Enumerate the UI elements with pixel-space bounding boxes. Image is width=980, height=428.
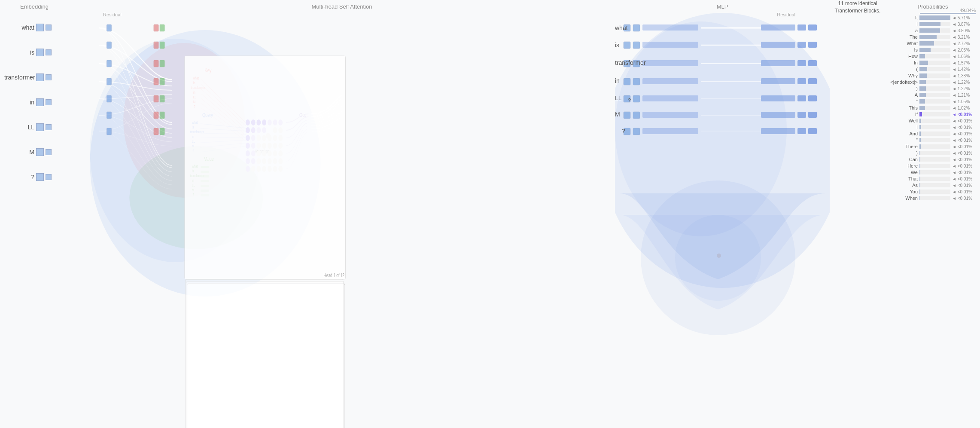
mlp-residual-label: Residual: [777, 12, 795, 17]
prob-row: a◄ 3.80%: [890, 28, 976, 33]
svg-rect-5: [107, 42, 111, 49]
svg-text:M: M: [193, 100, 195, 104]
svg-point-90: [262, 135, 266, 141]
svg-rect-165: [797, 95, 806, 101]
main-container: Embedding whatistransformerinLLM? Multi-…: [0, 0, 980, 428]
prob-token-label: ": [890, 138, 918, 143]
svg-point-3: [129, 146, 263, 249]
prob-token-label: It: [890, 15, 918, 20]
token-embedding-box: [36, 123, 44, 131]
svg-line-53: [201, 140, 246, 143]
svg-point-78: [273, 119, 277, 125]
prob-value: ◄ <0.01%: [952, 196, 976, 201]
prob-bar-container: [919, 41, 950, 46]
prob-bar: [919, 125, 921, 129]
prob-bar-container: [919, 119, 950, 123]
prob-bar: [919, 93, 926, 97]
prob-token-label: The: [890, 34, 918, 40]
mlp-token-transformer: transformer: [615, 59, 646, 66]
svg-rect-148: [633, 128, 640, 135]
prob-token-label: When: [890, 196, 918, 201]
svg-line-40: [201, 108, 246, 141]
prob-bar-container: [919, 106, 950, 110]
svg-rect-144: [624, 112, 630, 119]
prob-bar: [919, 73, 927, 78]
svg-text:?: ?: [192, 193, 194, 197]
prob-value: ◄ <0.01%: [952, 151, 976, 156]
svg-point-89: [256, 135, 261, 141]
svg-rect-150: [761, 24, 795, 31]
svg-rect-155: [761, 112, 795, 118]
svg-rect-65: [201, 171, 209, 173]
svg-rect-161: [797, 60, 806, 66]
prob-bar-container: [919, 151, 950, 155]
prob-row: You◄ <0.01%: [890, 189, 976, 194]
prob-value: ◄ <0.01%: [952, 170, 976, 175]
svg-rect-16: [154, 112, 158, 119]
svg-point-91: [268, 135, 272, 141]
svg-rect-157: [797, 24, 806, 31]
prob-bar-container: [919, 196, 950, 200]
svg-point-98: [268, 143, 272, 149]
prob-value: ◄ 1.21%: [952, 93, 976, 98]
svg-point-79: [278, 119, 283, 125]
token-row-M: M: [4, 148, 52, 156]
prob-bar-container: [919, 144, 950, 149]
svg-point-103: [256, 150, 261, 156]
prob-value: ◄ <0.01%: [952, 144, 976, 149]
token-label: in: [4, 99, 34, 106]
svg-rect-138: [624, 78, 630, 85]
prob-bar-container: [919, 22, 950, 26]
prob-row: The◄ 3.21%: [890, 34, 976, 40]
svg-rect-122: [185, 56, 346, 279]
svg-rect-69: [201, 190, 209, 192]
prob-bar: [919, 164, 920, 168]
svg-rect-149: [642, 128, 698, 134]
prob-row: I◄ <0.01%: [890, 125, 976, 130]
prob-row: Here◄ <0.01%: [890, 163, 976, 168]
svg-point-120: [273, 166, 277, 172]
prob-value: ◄ 3.80%: [952, 28, 976, 33]
token-row-in: in: [4, 98, 52, 106]
svg-rect-141: [624, 95, 630, 102]
prob-bar: [919, 41, 934, 46]
transformer-blocks-container: 11 more identical Transformer Blocks.: [830, 0, 886, 428]
prob-bar: [919, 183, 920, 187]
prob-row: It◄ 5.71%: [890, 15, 976, 20]
prob-row: "◄ <0.01%: [890, 138, 976, 143]
svg-text:Value: Value: [204, 156, 214, 162]
prob-bar-container: [919, 125, 950, 129]
token-embedding-box2: [46, 149, 52, 155]
svg-rect-158: [808, 24, 817, 31]
prob-token-label: (: [890, 67, 918, 72]
prob-bar-container: [919, 112, 950, 116]
top-prob-bar: [920, 13, 976, 14]
svg-point-85: [272, 126, 278, 135]
svg-point-97: [262, 143, 266, 149]
svg-point-104: [262, 150, 266, 156]
prob-token-label: This: [890, 105, 918, 110]
svg-rect-142: [633, 95, 640, 102]
svg-rect-159: [797, 42, 806, 48]
prob-token-label: And: [890, 131, 918, 136]
svg-point-115: [246, 166, 250, 172]
svg-point-111: [262, 158, 266, 164]
svg-text:what: what: [192, 120, 198, 125]
svg-rect-10: [107, 128, 111, 135]
svg-point-77: [268, 119, 272, 125]
prob-token-label: <|endoftext|>: [890, 79, 918, 85]
token-row-?: ?: [4, 173, 52, 181]
prob-row: In◄ 1.57%: [890, 60, 976, 65]
svg-rect-125: [185, 279, 343, 428]
prob-token-label: ": [890, 99, 918, 104]
prob-bar: [919, 144, 921, 149]
prob-row: There◄ <0.01%: [890, 144, 976, 149]
prob-bar-container: [919, 183, 950, 187]
prob-row: A◄ 1.21%: [890, 92, 976, 98]
prob-bar-container: [919, 170, 950, 174]
svg-rect-146: [642, 112, 698, 118]
svg-text:Key: Key: [205, 67, 212, 73]
prob-bar-container: [919, 164, 950, 168]
svg-point-84: [265, 131, 271, 140]
prob-value: ◄ <0.01%: [952, 164, 976, 168]
